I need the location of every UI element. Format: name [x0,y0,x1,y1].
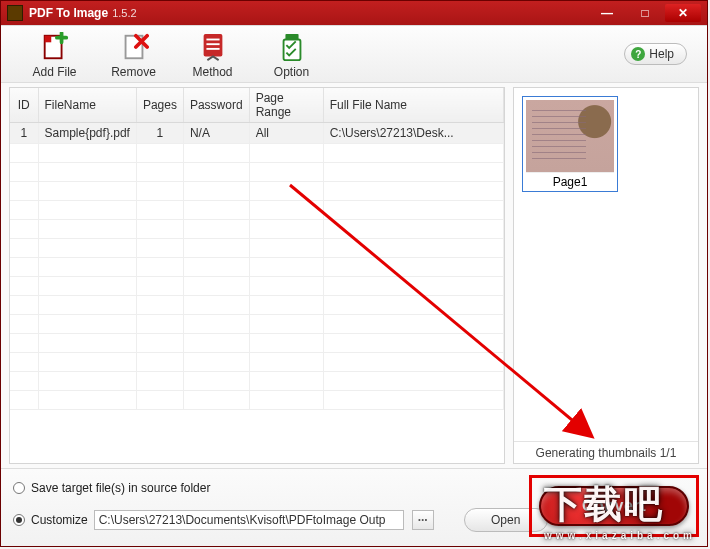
customize-label: Customize [31,513,88,527]
col-pages[interactable]: Pages [136,88,183,123]
thumbnail-image [526,100,614,172]
help-label: Help [649,47,674,61]
add-file-label: Add File [15,65,94,79]
cell-password: N/A [183,123,249,144]
svg-rect-3 [206,39,219,41]
remove-label: Remove [94,65,173,79]
option-icon [276,31,308,63]
cell-pagerange: All [249,123,323,144]
col-filename[interactable]: FileName [38,88,136,123]
cell-id: 1 [10,123,38,144]
save-in-source-label: Save target file(s) in source folder [31,481,210,495]
option-label: Option [252,65,331,79]
app-title: PDF To Image [29,6,108,20]
page-thumbnail[interactable]: Page1 [522,96,618,192]
window-controls: — □ ✕ [589,4,701,22]
option-button[interactable]: Option [252,29,331,79]
add-file-button[interactable]: Add File [15,29,94,79]
method-label: Method [173,65,252,79]
save-in-source-radio[interactable] [13,482,25,494]
titlebar: PDF To Image 1.5.2 — □ ✕ [1,1,707,25]
cell-fullpath: C:\Users\27213\Desk... [323,123,503,144]
svg-rect-5 [206,48,219,50]
cell-pages: 1 [136,123,183,144]
watermark-sub: www.xiazaiba.com [544,530,696,541]
toolbar: Add File Remove Method Option ? Help [1,25,707,83]
maximize-button[interactable]: □ [627,4,663,22]
thumbnail-status: Generating thumbnails 1/1 [514,441,698,463]
table-row[interactable]: 1 Sample{pdf}.pdf 1 N/A All C:\Users\272… [10,123,504,144]
help-button[interactable]: ? Help [624,43,687,65]
thumbnail-panel: Page1 Generating thumbnails 1/1 [513,87,699,464]
content-area: ID FileName Pages Password Page Range Fu… [1,83,707,468]
method-icon [197,31,229,63]
remove-button[interactable]: Remove [94,29,173,79]
col-password[interactable]: Password [183,88,249,123]
close-button[interactable]: ✕ [665,4,701,22]
watermark: 下载吧 www.xiazaiba.com [544,479,696,541]
customize-radio[interactable] [13,514,25,526]
output-path-input[interactable] [94,510,404,530]
app-version: 1.5.2 [112,7,136,19]
remove-icon [118,31,150,63]
minimize-button[interactable]: — [589,4,625,22]
file-grid[interactable]: ID FileName Pages Password Page Range Fu… [9,87,505,464]
help-icon: ? [631,47,645,61]
watermark-main: 下载吧 [544,483,664,525]
col-pagerange[interactable]: Page Range [249,88,323,123]
browse-button[interactable]: ··· [412,510,434,530]
thumbnail-label: Page1 [526,172,614,191]
method-button[interactable]: Method [173,29,252,79]
app-icon [7,5,23,21]
cell-filename: Sample{pdf}.pdf [38,123,136,144]
add-file-icon [39,31,71,63]
col-id[interactable]: ID [10,88,38,123]
col-fullpath[interactable]: Full File Name [323,88,503,123]
svg-rect-7 [283,40,300,61]
svg-rect-4 [206,43,219,45]
